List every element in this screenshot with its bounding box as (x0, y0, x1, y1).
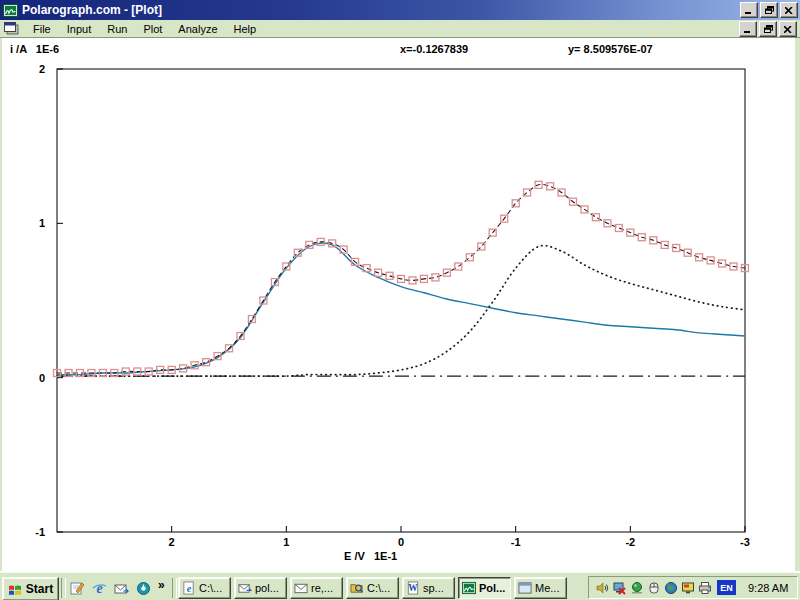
menu-file[interactable]: File (25, 21, 59, 37)
mouse-icon[interactable] (646, 580, 661, 595)
window-close-button[interactable] (780, 2, 798, 18)
taskbar-separator (172, 578, 177, 598)
task-button-explorer[interactable]: C:\... (346, 577, 399, 599)
menu-analyze[interactable]: Analyze (170, 21, 225, 37)
title-bar: Polarograph.com - [Plot] (0, 0, 800, 20)
task-button-label: re,... (311, 582, 333, 594)
task-button-polarograph[interactable]: Pol... (458, 577, 511, 599)
window-restore-button[interactable] (760, 2, 778, 18)
x-tick-label: 2 (169, 536, 175, 548)
plot-frame (57, 69, 745, 532)
quick-launch-overflow-chevron[interactable]: » (158, 578, 165, 592)
task-button-me[interactable]: Me... (514, 577, 567, 599)
task-button-label: C:\... (199, 582, 222, 594)
child-restore-button[interactable] (759, 21, 777, 37)
x-tick-label: 1 (283, 536, 289, 548)
x-tick-label: -2 (625, 536, 635, 548)
y-tick-label: 0 (39, 372, 45, 384)
series-fit-component-1 (57, 243, 745, 375)
media-clock-icon[interactable] (134, 579, 152, 597)
plot-canvas[interactable]: 210-1-2-3210-1 (0, 39, 800, 571)
taskbar-clock[interactable]: 9:28 AM (748, 582, 788, 594)
series-measured-data (57, 184, 745, 373)
task-button-ie[interactable]: e C:\... (178, 577, 231, 599)
window-title: Polarograph.com - [Plot] (22, 3, 162, 17)
window-icon (518, 581, 532, 595)
printer-icon[interactable] (697, 580, 712, 595)
word-document-icon: W (406, 581, 420, 595)
display-icon[interactable] (680, 580, 695, 595)
data-point-marker (455, 263, 462, 270)
internet-explorer-page-icon: e (182, 581, 196, 595)
outlook-express-icon[interactable] (112, 579, 130, 597)
window-minimize-button[interactable] (740, 2, 758, 18)
task-button-label: C:\... (367, 582, 390, 594)
start-label: Start (26, 582, 53, 596)
menu-input[interactable]: Input (59, 21, 99, 37)
polarograph-app-icon (3, 4, 18, 17)
task-button-pol-mail[interactable]: pol... (234, 577, 287, 599)
explorer-search-icon (350, 581, 364, 595)
globe-icon[interactable] (663, 580, 678, 595)
svg-text:e: e (187, 583, 192, 594)
mdi-child-icon[interactable] (4, 22, 19, 35)
y-tick-label: 2 (39, 63, 45, 75)
data-point-marker (547, 183, 554, 190)
x-tick-label: -1 (511, 536, 521, 548)
polarograph-icon (462, 581, 476, 595)
start-button[interactable]: Start (2, 577, 59, 600)
data-point-marker (386, 272, 393, 279)
x-tick-label: 0 (398, 536, 404, 548)
show-desktop-icon[interactable] (68, 579, 86, 597)
svg-text:e: e (96, 581, 102, 596)
task-button-word[interactable]: W sp... (402, 577, 455, 599)
series-fit-component-2 (57, 246, 745, 377)
internet-explorer-icon[interactable]: e (90, 579, 108, 597)
taskbar-separator (61, 578, 66, 598)
task-button-label: sp... (423, 582, 444, 594)
language-indicator[interactable]: EN (717, 580, 736, 595)
system-tray: EN 9:28 AM (588, 576, 798, 599)
menu-bar: File Input Run Plot Analyze Help (0, 20, 800, 38)
menu-help[interactable]: Help (226, 21, 265, 37)
menu-plot[interactable]: Plot (135, 21, 170, 37)
x-tick-label: -3 (740, 536, 750, 548)
windows-logo-icon (8, 583, 23, 596)
outlook-express-icon (238, 581, 252, 595)
network-error-icon[interactable] (612, 580, 627, 595)
data-point-marker (696, 254, 703, 261)
y-tick-label: -1 (35, 526, 45, 538)
data-point-marker (592, 214, 599, 221)
task-button-label: Me... (535, 582, 559, 594)
menu-run[interactable]: Run (99, 21, 135, 37)
taskbar: Start e » e C:\... pol... re,... (0, 572, 800, 600)
update-ball-icon[interactable] (629, 580, 644, 595)
task-button-label: pol... (255, 582, 279, 594)
task-button-re-mail[interactable]: re,... (290, 577, 343, 599)
desktop-screen: Polarograph.com - [Plot] File Input Run … (0, 0, 800, 600)
child-close-button[interactable] (779, 21, 797, 37)
mail-message-icon (294, 581, 308, 595)
volume-icon[interactable] (595, 580, 610, 595)
svg-text:W: W (408, 583, 418, 593)
y-tick-label: 1 (39, 217, 45, 229)
child-minimize-button[interactable] (739, 21, 757, 37)
data-point-marker (615, 225, 622, 232)
data-point-marker (719, 260, 726, 267)
task-button-label: Pol... (479, 582, 505, 594)
